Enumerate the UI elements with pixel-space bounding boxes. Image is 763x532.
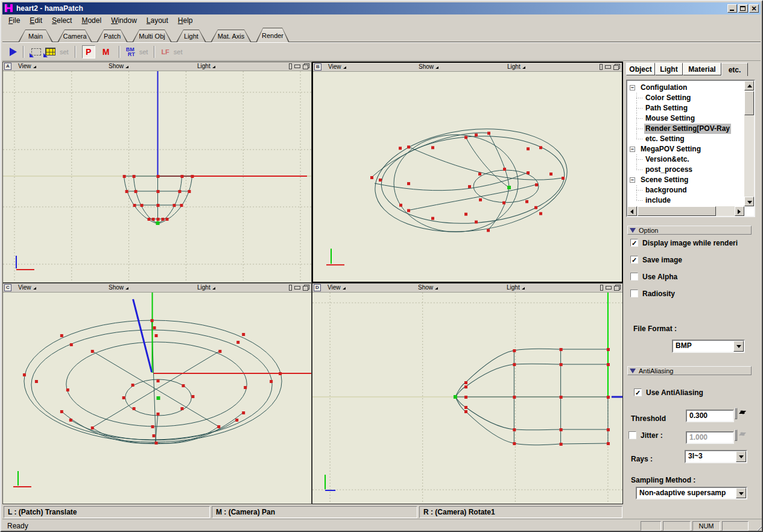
tree-item[interactable]: etc. Setting: [627, 134, 744, 144]
scroll-left-button[interactable]: [627, 206, 637, 216]
layout-cascade-icon[interactable]: [614, 285, 621, 291]
tree-toggle-icon[interactable]: −: [630, 85, 635, 90]
viewport-b[interactable]: B View Show Light: [312, 62, 623, 283]
viewport-c-canvas[interactable]: [3, 293, 311, 503]
tree-item[interactable]: Color Setting: [627, 93, 744, 103]
scroll-thumb[interactable]: [638, 206, 716, 216]
show-menu[interactable]: Show: [419, 63, 438, 70]
tree-vertical-scrollbar[interactable]: [744, 81, 754, 206]
scroll-up-button[interactable]: [744, 81, 754, 90]
scroll-down-button[interactable]: [744, 197, 754, 206]
menu-select[interactable]: Select: [47, 15, 77, 26]
minimize-button[interactable]: [727, 4, 737, 13]
sampling-method-select[interactable]: Non-adaptive supersamp: [636, 487, 747, 499]
viewport-a[interactable]: A View Show Light: [2, 62, 312, 283]
menu-layout[interactable]: Layout: [142, 15, 173, 26]
option-checkbox[interactable]: [630, 273, 638, 280]
menu-edit[interactable]: Edit: [25, 15, 47, 26]
layout-cascade-icon[interactable]: [613, 64, 620, 70]
panel-tab-light[interactable]: Light: [655, 63, 683, 75]
view-menu[interactable]: View: [328, 284, 346, 291]
jitter-input[interactable]: 1.000: [686, 431, 734, 444]
show-menu[interactable]: Show: [418, 284, 438, 291]
set-button[interactable]: set: [174, 48, 183, 55]
tree-item[interactable]: background: [627, 185, 744, 195]
set-button[interactable]: set: [139, 48, 148, 55]
tree-item[interactable]: include: [627, 195, 744, 206]
panel-tab-etc[interactable]: etc.: [721, 63, 748, 76]
tree-item[interactable]: Version&etc.: [627, 154, 744, 165]
tree-horizontal-scrollbar[interactable]: [627, 206, 744, 216]
render-region-icon[interactable]: [31, 48, 41, 55]
light-menu[interactable]: Light: [507, 63, 525, 70]
scroll-right-button[interactable]: [735, 206, 744, 216]
layout-cascade-icon[interactable]: [303, 63, 309, 69]
maximize-button[interactable]: [738, 4, 748, 13]
tree-toggle-icon[interactable]: −: [630, 177, 635, 183]
tree-item[interactable]: −MegaPOV Setting: [627, 144, 744, 154]
tab-multi-obj[interactable]: Multi Obj: [132, 30, 172, 42]
tree-item[interactable]: Path Setting: [627, 103, 744, 113]
layout-vertical-icon[interactable]: [289, 63, 292, 69]
viewport-a-canvas[interactable]: [3, 71, 311, 282]
menu-help[interactable]: Help: [173, 15, 198, 26]
rays-select[interactable]: 3I~3: [685, 450, 747, 463]
layout-vertical-icon[interactable]: [600, 285, 603, 291]
settings-tree[interactable]: −ConfigulationColor SettingPath SettingM…: [626, 80, 755, 217]
menu-model[interactable]: Model: [77, 15, 106, 26]
light-menu[interactable]: Light: [507, 284, 525, 291]
tree-item[interactable]: −Configulation: [627, 83, 744, 93]
megapov-button[interactable]: M: [100, 45, 113, 59]
tab-patch[interactable]: Patch: [97, 30, 128, 42]
viewport-d[interactable]: D View Show Light: [312, 283, 623, 504]
dropdown-arrow-icon[interactable]: [736, 451, 746, 462]
menu-window[interactable]: Window: [106, 15, 142, 26]
layout-vertical-icon[interactable]: [600, 64, 603, 70]
tab-main[interactable]: Main: [18, 30, 53, 42]
bmrt-button[interactable]: BMRT: [126, 47, 135, 57]
layout-horizontal-icon[interactable]: [605, 65, 611, 69]
antialiasing-section-header[interactable]: AntiAliasing: [627, 366, 752, 375]
set-button[interactable]: set: [60, 48, 69, 55]
jitter-spinner[interactable]: [735, 430, 749, 441]
file-format-select[interactable]: BMP: [672, 340, 745, 353]
dropdown-arrow-icon[interactable]: [736, 488, 746, 498]
lf-button[interactable]: LF: [161, 48, 169, 55]
layout-horizontal-icon[interactable]: [606, 286, 612, 290]
threshold-input[interactable]: 0.300: [686, 410, 734, 422]
scroll-thumb[interactable]: [744, 91, 754, 115]
show-menu[interactable]: Show: [109, 284, 128, 291]
dropdown-arrow-icon[interactable]: [733, 341, 744, 352]
tree-item[interactable]: −Scene Setting: [627, 175, 744, 185]
light-menu[interactable]: Light: [197, 284, 215, 291]
layout-vertical-icon[interactable]: [289, 285, 292, 291]
render-grid-icon[interactable]: [45, 48, 55, 55]
jitter-checkbox[interactable]: [628, 431, 636, 439]
option-checkbox[interactable]: ✓: [630, 239, 638, 247]
tree-toggle-icon[interactable]: −: [630, 147, 635, 152]
option-checkbox[interactable]: [630, 290, 638, 297]
viewport-b-canvas[interactable]: [313, 72, 622, 281]
tree-item[interactable]: Mouse Setting: [627, 113, 744, 124]
use-antialiasing-checkbox[interactable]: ✓: [634, 388, 642, 396]
view-menu[interactable]: View: [18, 63, 36, 69]
light-menu[interactable]: Light: [197, 63, 215, 69]
show-menu[interactable]: Show: [109, 63, 128, 69]
viewport-c[interactable]: C View Show Light: [2, 283, 312, 504]
menu-file[interactable]: File: [4, 15, 25, 26]
tab-camera[interactable]: Camera: [57, 30, 92, 42]
layout-horizontal-icon[interactable]: [294, 65, 300, 68]
pov-button[interactable]: P: [82, 45, 95, 59]
resize-grip[interactable]: [754, 523, 762, 531]
tab-mat-axis[interactable]: Mat. Axis: [211, 30, 252, 42]
tree-item[interactable]: post_process: [627, 165, 744, 175]
render-play-icon[interactable]: [10, 48, 17, 56]
close-button[interactable]: ✕: [749, 4, 759, 13]
threshold-spinner[interactable]: [735, 408, 749, 419]
layout-cascade-icon[interactable]: [303, 285, 309, 291]
viewport-d-canvas[interactable]: [312, 293, 622, 503]
layout-horizontal-icon[interactable]: [294, 286, 300, 290]
view-menu[interactable]: View: [328, 63, 346, 70]
view-menu[interactable]: View: [18, 284, 36, 291]
panel-tab-material[interactable]: Material: [683, 63, 721, 75]
